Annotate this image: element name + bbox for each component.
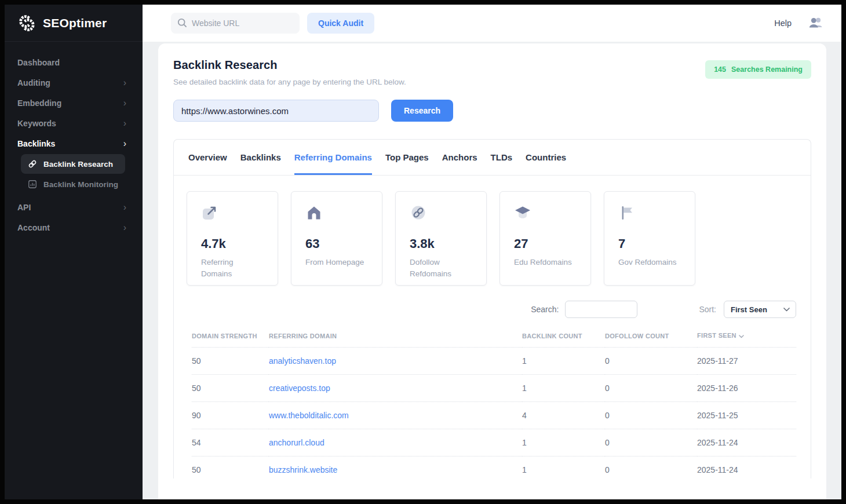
stats-row: 4.7k Referring Domains 63 From Homepage xyxy=(174,176,811,286)
tab-overview[interactable]: Overview xyxy=(188,140,227,175)
sidebar-item-api[interactable]: API › xyxy=(5,197,143,217)
tab-referring-domains[interactable]: Referring Domains xyxy=(294,140,372,175)
tab-tlds[interactable]: TLDs xyxy=(491,140,513,175)
external-link-icon xyxy=(201,204,218,221)
sidebar-item-account[interactable]: Account › xyxy=(5,217,143,238)
cell-domain-strength: 50 xyxy=(192,375,269,402)
chain-icon xyxy=(410,204,427,221)
help-link[interactable]: Help xyxy=(774,19,792,28)
cell-referring-domain: analyticshaven.top xyxy=(269,348,522,375)
sidebar-item-embedding[interactable]: Embedding › xyxy=(5,93,143,113)
column-header-referring-domain[interactable]: Referring Domain xyxy=(269,324,522,348)
cell-dofollow-count: 0 xyxy=(605,456,697,479)
sort-direction-chevron-down-icon xyxy=(739,333,744,339)
link-icon xyxy=(28,159,37,169)
cell-first-seen: 2025-11-25 xyxy=(697,402,796,429)
cell-dofollow-count: 0 xyxy=(605,348,697,375)
referring-domain-link[interactable]: anchorurl.cloud xyxy=(269,438,324,447)
table-row: 50 creativeposts.top 1 0 2025-11-26 xyxy=(192,375,796,402)
table-row: 90 www.thebolditalic.com 4 0 2025-11-25 xyxy=(192,402,796,429)
sidebar-subitem-label: Backlink Research xyxy=(43,160,113,169)
topbar: Quick Audit Help xyxy=(143,5,841,42)
sidebar-item-dashboard[interactable]: Dashboard › xyxy=(5,52,143,72)
seoptimer-gear-logo-icon xyxy=(16,13,37,34)
cell-referring-domain: creativeposts.top xyxy=(269,375,522,402)
sidebar-item-backlinks[interactable]: Backlinks › xyxy=(5,133,143,154)
tab-label: Countries xyxy=(526,152,566,162)
page-title: Backlink Research xyxy=(173,59,406,72)
searches-remaining-count: 145 xyxy=(714,65,726,74)
chevron-right-icon: › xyxy=(123,139,126,148)
research-button[interactable]: Research xyxy=(391,100,453,122)
chevron-right-icon: › xyxy=(123,98,126,108)
cell-dofollow-count: 0 xyxy=(605,402,697,429)
tab-label: Overview xyxy=(188,152,227,162)
content: Backlink Research See detailed backlink … xyxy=(143,42,841,499)
table-row: 50 analyticshaven.top 1 0 2025-11-27 xyxy=(192,348,796,375)
main-area: Quick Audit Help Backlink Research See d… xyxy=(143,5,841,499)
stat-label: Dofollow Refdomains xyxy=(410,257,472,279)
referring-domain-link[interactable]: buzzshrink.website xyxy=(269,465,337,474)
sidebar-menu: Dashboard › Auditing › Embedding › xyxy=(5,42,143,238)
cell-backlink-count: 1 xyxy=(522,348,605,375)
stat-value: 7 xyxy=(618,236,681,251)
brand-logo[interactable]: SEOptimer xyxy=(5,5,143,42)
tab-anchors[interactable]: Anchors xyxy=(442,140,477,175)
stat-label: Referring Domains xyxy=(201,257,264,279)
column-header-backlink-count[interactable]: Backlink Count xyxy=(522,324,605,348)
cell-referring-domain: anchorurl.cloud xyxy=(269,429,522,456)
website-url-search-input[interactable] xyxy=(171,13,300,34)
table-search-input[interactable] xyxy=(565,301,637,318)
stat-card: 63 From Homepage xyxy=(291,191,382,286)
table-controls: Search: Sort: First Seen xyxy=(174,286,811,323)
tab-countries[interactable]: Countries xyxy=(526,140,566,175)
referring-domain-link[interactable]: creativeposts.top xyxy=(269,384,330,393)
chevron-right-icon: › xyxy=(123,119,126,128)
stat-card: 27 Edu Refdomains xyxy=(499,191,591,286)
sidebar-subitem-backlink-monitoring[interactable]: Backlink Monitoring xyxy=(21,174,125,194)
tab-label: Referring Domains xyxy=(294,152,372,162)
searches-remaining-badge: 145 Searches Remaining xyxy=(705,60,811,79)
stat-label: Gov Refdomains xyxy=(618,257,681,268)
referring-domain-link[interactable]: analyticshaven.top xyxy=(269,356,336,366)
chevron-right-icon: › xyxy=(123,203,126,212)
users-icon[interactable] xyxy=(808,16,824,31)
page-card: Backlink Research See detailed backlink … xyxy=(158,43,826,499)
column-header-dofollow-count[interactable]: Dofollow Count xyxy=(605,324,697,348)
sort-select[interactable]: First Seen xyxy=(724,301,796,318)
search-icon xyxy=(177,18,187,30)
column-header-domain-strength[interactable]: Domain Strength xyxy=(192,324,269,348)
cell-first-seen: 2025-11-26 xyxy=(697,375,796,402)
table-header-row: Domain Strength Referring Domain Backlin… xyxy=(192,324,796,348)
sidebar-subitem-backlink-research[interactable]: Backlink Research xyxy=(21,154,125,174)
referring-domains-table: Domain Strength Referring Domain Backlin… xyxy=(192,324,796,479)
sidebar-item-label: Auditing xyxy=(17,78,50,87)
tab-top-pages[interactable]: Top Pages xyxy=(385,140,429,175)
sidebar-item-label: Account xyxy=(17,223,50,232)
referring-domain-link[interactable]: www.thebolditalic.com xyxy=(269,411,349,420)
sidebar-item-keywords[interactable]: Keywords › xyxy=(5,113,143,133)
chevron-right-icon: › xyxy=(123,78,126,87)
sidebar-item-auditing[interactable]: Auditing › xyxy=(5,72,143,93)
research-url-input[interactable] xyxy=(173,100,379,122)
flag-icon xyxy=(618,204,636,221)
tab-label: TLDs xyxy=(491,152,513,162)
results-panel: Overview Backlinks Referring Domains xyxy=(173,139,811,479)
tab-backlinks[interactable]: Backlinks xyxy=(240,140,281,175)
cell-domain-strength: 54 xyxy=(192,429,269,456)
cell-first-seen: 2025-11-27 xyxy=(697,348,796,375)
cell-domain-strength: 50 xyxy=(192,348,269,375)
cell-domain-strength: 90 xyxy=(192,402,269,429)
searches-remaining-label: Searches Remaining xyxy=(731,65,803,74)
brand-name: SEOptimer xyxy=(43,16,107,30)
cell-dofollow-count: 0 xyxy=(605,375,697,402)
table-row: 50 buzzshrink.website 1 0 2025-11-24 xyxy=(192,456,796,479)
stat-value: 27 xyxy=(514,236,577,251)
sort-label: Sort: xyxy=(699,305,716,314)
stat-value: 4.7k xyxy=(201,236,264,251)
quick-audit-button[interactable]: Quick Audit xyxy=(307,13,374,34)
tabs: Overview Backlinks Referring Domains xyxy=(174,140,811,176)
chevron-down-icon xyxy=(783,308,790,312)
column-header-first-seen[interactable]: First Seen xyxy=(697,324,796,348)
tab-label: Anchors xyxy=(442,152,477,162)
